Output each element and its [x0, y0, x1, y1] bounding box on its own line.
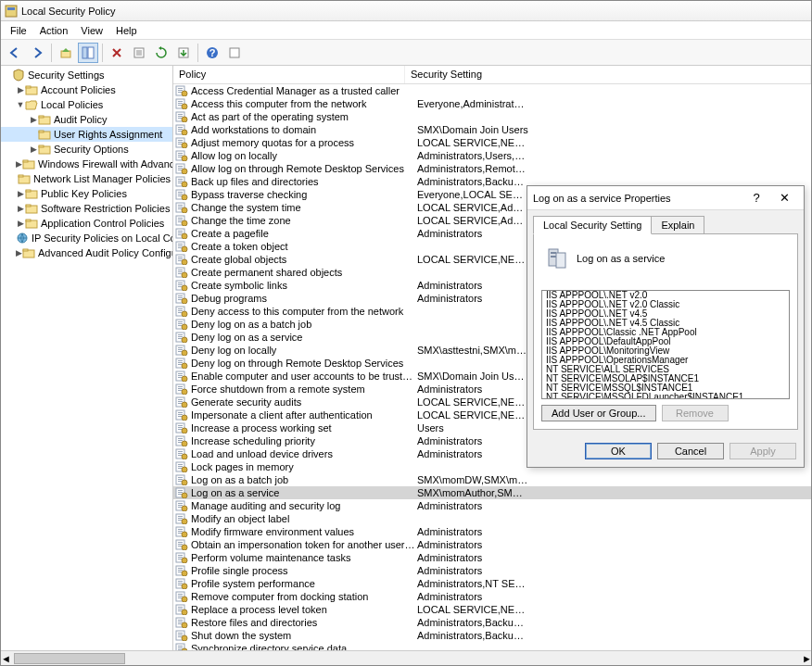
tree-pane[interactable]: Security Settings▶Account Policies▼Local…	[1, 66, 173, 650]
svg-rect-261	[551, 252, 556, 254]
svg-point-138	[182, 350, 187, 356]
tree-item-label: Account Policies	[41, 84, 116, 95]
export-button[interactable]	[173, 43, 194, 63]
member-item[interactable]: NT SERVICE\MSSQLFDLauncher$INSTANCE1	[542, 393, 789, 399]
add-user-button[interactable]: Add User or Group...	[541, 405, 656, 421]
policy-row[interactable]: Shut down the systemAdministrators,Backu…	[173, 629, 811, 642]
policy-row[interactable]: Profile single processAdministrators	[173, 564, 811, 577]
tree-item[interactable]: ▶Public Key Policies	[1, 186, 172, 201]
refresh-button[interactable]	[151, 43, 171, 63]
twisty-icon[interactable]: ▼	[16, 100, 25, 109]
column-setting[interactable]: Security Setting	[405, 66, 811, 83]
tree-item[interactable]: ▶Windows Firewall with Advanced Sec	[1, 157, 172, 171]
tree-item[interactable]: ▶Application Control Policies	[1, 216, 172, 231]
tab-explain[interactable]: Explain	[651, 216, 704, 234]
tree-item[interactable]: ▶Advanced Audit Policy Configuration	[1, 245, 172, 260]
remove-button[interactable]: Remove	[662, 405, 729, 421]
up-button[interactable]	[56, 43, 76, 63]
svg-rect-95	[178, 244, 183, 245]
policy-icon	[175, 111, 188, 122]
help-button[interactable]: ?	[202, 43, 222, 63]
policy-row[interactable]: Obtain an impersonation token for anothe…	[173, 538, 811, 551]
svg-text:?: ?	[209, 47, 216, 58]
policy-row[interactable]: Manage auditing and security logAdminist…	[173, 499, 811, 512]
twisty-icon[interactable]: ▶	[16, 248, 22, 258]
policy-row[interactable]: Restore files and directoriesAdministrat…	[173, 616, 811, 629]
twisty-icon[interactable]: ▶	[29, 145, 38, 154]
back-button[interactable]	[5, 43, 25, 63]
menu-view[interactable]: View	[75, 23, 108, 38]
apply-button[interactable]: Apply	[730, 443, 796, 459]
policy-row[interactable]: Add workstations to domainSMX\Domain Joi…	[173, 123, 811, 136]
tree-item[interactable]: IP Security Policies on Local Compute	[1, 231, 172, 245]
forward-button[interactable]	[27, 43, 47, 63]
policy-setting-cell: Administrators	[417, 293, 528, 304]
extra-button[interactable]	[224, 43, 245, 63]
svg-rect-186	[178, 479, 183, 480]
policy-row[interactable]: Replace a process level tokenLOCAL SERVI…	[173, 603, 811, 616]
svg-rect-50	[178, 127, 183, 128]
policy-setting-cell: LOCAL SERVICE,Admini...	[417, 215, 528, 226]
tree-item[interactable]: Security Settings	[1, 68, 172, 82]
policy-row[interactable]: Allow log on through Remote Desktop Serv…	[173, 162, 811, 175]
tree-item-label: Software Restriction Policies	[41, 203, 170, 214]
tree-item[interactable]: ▶Account Policies	[1, 82, 172, 97]
tree-item[interactable]: ▶Software Restriction Policies	[1, 201, 172, 216]
titlebar: Local Security Policy	[1, 1, 811, 21]
cancel-button[interactable]: Cancel	[657, 443, 724, 459]
policy-row[interactable]: Log on as a serviceSMX\momAuthor,SMX\...	[173, 486, 811, 499]
policy-name-cell: Adjust memory quotas for a process	[191, 137, 417, 148]
policy-icon	[175, 617, 188, 628]
horizontal-scrollbar[interactable]: ◄ ►	[1, 650, 811, 665]
tree-item[interactable]: Network List Manager Policies	[1, 171, 172, 186]
column-policy[interactable]: Policy	[173, 66, 405, 83]
delete-button[interactable]	[107, 43, 127, 63]
policy-row[interactable]: Act as part of the operating system	[173, 110, 811, 123]
dialog-help-button[interactable]: ?	[742, 191, 770, 205]
policy-row[interactable]: Modify firmware environment valuesAdmini…	[173, 525, 811, 538]
show-hide-tree-button[interactable]	[78, 43, 98, 63]
menu-help[interactable]: Help	[110, 23, 143, 38]
policy-setting-cell: Administrators	[417, 228, 528, 239]
policy-setting-cell: Administrators,Backup ...	[417, 617, 528, 628]
svg-rect-251	[178, 647, 183, 648]
svg-rect-250	[178, 646, 183, 647]
policy-row[interactable]: Allow log on locallyAdministrators,Users…	[173, 149, 811, 162]
policy-row[interactable]: Synchronize directory service data	[173, 642, 811, 650]
menu-action[interactable]: Action	[34, 23, 74, 38]
tree-item[interactable]: ▶Security Options	[1, 142, 172, 157]
svg-point-148	[182, 376, 187, 382]
policy-icon	[175, 124, 188, 135]
twisty-icon[interactable]: ▶	[16, 159, 22, 169]
tree-item[interactable]: ▼Local Policies	[1, 97, 172, 112]
twisty-icon[interactable]: ▶	[16, 219, 25, 228]
policy-row[interactable]: Perform volume maintenance tasksAdminist…	[173, 551, 811, 564]
ok-button[interactable]: OK	[585, 443, 652, 459]
dialog-close-button[interactable]: ✕	[770, 191, 798, 205]
dialog-titlebar[interactable]: Log on as a service Properties ? ✕	[527, 186, 804, 210]
policy-row[interactable]: Access Credential Manager as a trusted c…	[173, 84, 811, 97]
menu-file[interactable]: File	[5, 23, 32, 38]
svg-rect-70	[178, 179, 183, 180]
tree-item-label: IP Security Policies on Local Compute	[32, 232, 173, 244]
policy-row[interactable]: Remove computer from docking stationAdmi…	[173, 590, 811, 603]
tree-item[interactable]: ▶Audit Policy	[1, 112, 172, 127]
svg-rect-241	[178, 622, 183, 622]
policy-icon	[175, 137, 188, 148]
svg-rect-60	[178, 153, 183, 154]
tree-item[interactable]: User Rights Assignment	[1, 127, 172, 142]
policy-row[interactable]: Profile system performanceAdministrators…	[173, 577, 811, 590]
tab-local-security-setting[interactable]: Local Security Setting	[533, 216, 652, 234]
policy-row[interactable]: Modify an object label	[173, 512, 811, 525]
app-icon	[5, 5, 18, 18]
twisty-icon[interactable]: ▶	[29, 115, 38, 124]
policy-row[interactable]: Access this computer from the networkEve…	[173, 97, 811, 110]
twisty-icon[interactable]: ▶	[16, 85, 25, 94]
twisty-icon[interactable]: ▶	[16, 204, 25, 213]
members-listbox[interactable]: IIS APPPOOL\.NET v2.0IIS APPPOOL\.NET v2…	[541, 290, 790, 399]
scrollbar-thumb[interactable]	[14, 653, 125, 664]
policy-row[interactable]: Log on as a batch jobSMX\momDW,SMX\mo...	[173, 473, 811, 486]
twisty-icon[interactable]: ▶	[16, 189, 25, 198]
policy-row[interactable]: Adjust memory quotas for a processLOCAL …	[173, 136, 811, 149]
properties-button[interactable]	[129, 43, 149, 63]
